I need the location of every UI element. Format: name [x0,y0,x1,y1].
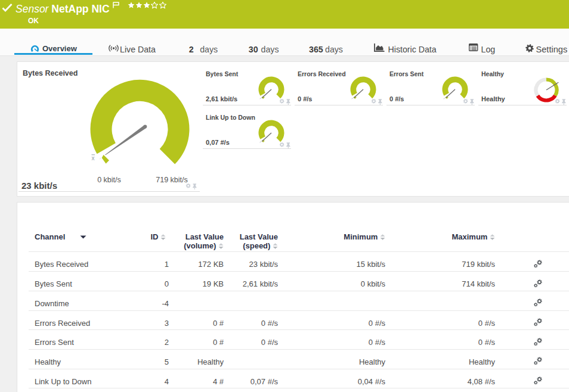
svg-text:x: x [92,155,95,161]
